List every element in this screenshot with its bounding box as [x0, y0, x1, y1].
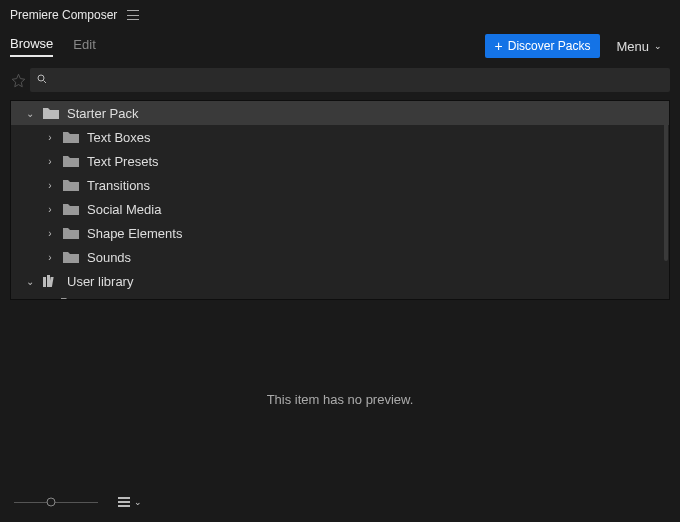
search-row	[0, 64, 680, 92]
chevron-right-icon[interactable]: ›	[45, 252, 55, 263]
chevron-right-icon[interactable]: ›	[45, 156, 55, 167]
svg-rect-5	[118, 497, 130, 499]
search-box	[30, 68, 670, 92]
tree-label: Transitions	[87, 178, 150, 193]
tab-browse[interactable]: Browse	[10, 36, 53, 57]
discover-packs-button[interactable]: + Discover Packs	[485, 34, 601, 58]
tree-item-sounds[interactable]: › Sounds	[11, 245, 669, 269]
svg-rect-6	[118, 501, 130, 503]
tree: ⌄ Starter Pack › Text Boxes › Text Prese…	[10, 100, 670, 300]
folder-icon	[63, 179, 79, 191]
plus-icon: +	[495, 39, 503, 53]
search-icon	[36, 73, 48, 88]
titlebar: Premiere Composer	[0, 0, 680, 26]
search-input[interactable]	[52, 73, 664, 87]
chevron-right-icon[interactable]: ›	[45, 204, 55, 215]
svg-rect-7	[118, 505, 130, 507]
hamburger-icon[interactable]	[127, 10, 139, 20]
svg-line-1	[44, 80, 47, 83]
view-mode-button[interactable]: ⌄	[118, 495, 142, 510]
svg-point-0	[38, 75, 44, 81]
chevron-down-icon[interactable]: ⌄	[25, 276, 35, 287]
chevron-right-icon[interactable]: ›	[45, 180, 55, 191]
toolbar: Browse Edit + Discover Packs Menu ⌄	[0, 30, 680, 62]
folder-icon	[63, 131, 79, 143]
tree-item-transitions[interactable]: › Transitions	[11, 173, 669, 197]
tree-label: Shape Elements	[87, 226, 182, 241]
add-folder-icon	[61, 297, 77, 300]
library-icon	[43, 275, 59, 287]
folder-icon	[63, 155, 79, 167]
chevron-down-icon: ⌄	[134, 497, 142, 507]
bottom-bar: ⌄	[0, 490, 680, 514]
folder-icon	[63, 227, 79, 239]
tree-scrollbar[interactable]	[663, 101, 669, 299]
tree-item-add-folder[interactable]: Add folder	[11, 293, 669, 300]
tree-label: Text Presets	[87, 154, 159, 169]
zoom-thumb[interactable]	[46, 498, 55, 507]
tab-edit[interactable]: Edit	[73, 37, 95, 56]
chevron-right-icon[interactable]: ›	[45, 132, 55, 143]
preview-empty-text: This item has no preview.	[0, 392, 680, 407]
folder-icon	[43, 107, 59, 119]
tree-label: Starter Pack	[67, 106, 139, 121]
tree-item-text-boxes[interactable]: › Text Boxes	[11, 125, 669, 149]
tree-label: Social Media	[87, 202, 161, 217]
tree-label: User library	[67, 274, 133, 289]
add-folder-label: Add folder	[85, 296, 144, 301]
favorites-star-icon[interactable]	[8, 69, 28, 91]
folder-icon	[63, 251, 79, 263]
list-icon	[118, 495, 130, 510]
tabs: Browse Edit	[10, 36, 96, 57]
chevron-right-icon[interactable]: ›	[45, 228, 55, 239]
svg-rect-2	[43, 277, 46, 287]
tree-item-shape-elements[interactable]: › Shape Elements	[11, 221, 669, 245]
tree-item-user-library[interactable]: ⌄ User library	[11, 269, 669, 293]
tree-item-starter-pack[interactable]: ⌄ Starter Pack	[11, 101, 669, 125]
menu-label: Menu	[616, 39, 649, 54]
menu-button[interactable]: Menu ⌄	[608, 35, 670, 58]
folder-icon	[63, 203, 79, 215]
zoom-slider[interactable]	[14, 497, 98, 507]
chevron-down-icon: ⌄	[654, 41, 662, 51]
discover-packs-label: Discover Packs	[508, 39, 591, 53]
tree-label: Text Boxes	[87, 130, 151, 145]
app-title: Premiere Composer	[10, 8, 117, 22]
chevron-down-icon[interactable]: ⌄	[25, 108, 35, 119]
tree-item-social-media[interactable]: › Social Media	[11, 197, 669, 221]
tree-label: Sounds	[87, 250, 131, 265]
tree-item-text-presets[interactable]: › Text Presets	[11, 149, 669, 173]
